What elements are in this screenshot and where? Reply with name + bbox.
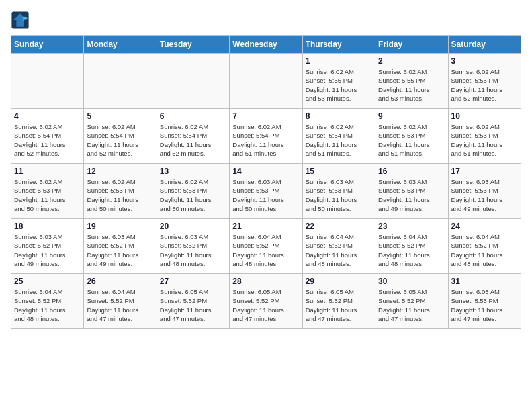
day-info: Sunrise: 6:03 AM Sunset: 5:52 PM Dayligh…	[14, 232, 81, 268]
day-info: Sunrise: 6:02 AM Sunset: 5:54 PM Dayligh…	[87, 122, 153, 158]
day-info: Sunrise: 6:03 AM Sunset: 5:53 PM Dayligh…	[232, 177, 299, 213]
calendar-cell: 27Sunrise: 6:05 AM Sunset: 5:52 PM Dayli…	[157, 274, 229, 329]
calendar-cell: 15Sunrise: 6:03 AM Sunset: 5:53 PM Dayli…	[302, 164, 375, 219]
day-info: Sunrise: 6:02 AM Sunset: 5:54 PM Dayligh…	[306, 122, 372, 158]
day-info: Sunrise: 6:03 AM Sunset: 5:53 PM Dayligh…	[378, 177, 445, 213]
day-info: Sunrise: 6:02 AM Sunset: 5:53 PM Dayligh…	[87, 177, 153, 213]
calendar-cell: 17Sunrise: 6:03 AM Sunset: 5:53 PM Dayli…	[448, 164, 521, 219]
day-number: 2	[378, 56, 445, 66]
day-number: 6	[160, 111, 226, 121]
calendar-cell: 9Sunrise: 6:02 AM Sunset: 5:53 PM Daylig…	[375, 109, 448, 164]
day-info: Sunrise: 6:05 AM Sunset: 5:52 PM Dayligh…	[160, 287, 226, 323]
day-number: 13	[160, 167, 226, 176]
col-header-thursday: Thursday	[302, 36, 375, 54]
day-info: Sunrise: 6:02 AM Sunset: 5:55 PM Dayligh…	[451, 67, 518, 103]
day-number: 28	[232, 277, 299, 286]
day-info: Sunrise: 6:02 AM Sunset: 5:53 PM Dayligh…	[451, 122, 518, 158]
col-header-sunday: Sunday	[11, 36, 84, 54]
day-number: 18	[14, 222, 81, 231]
calendar-cell: 10Sunrise: 6:02 AM Sunset: 5:53 PM Dayli…	[448, 109, 521, 164]
calendar-cell: 12Sunrise: 6:02 AM Sunset: 5:53 PM Dayli…	[84, 164, 157, 219]
calendar-cell: 19Sunrise: 6:03 AM Sunset: 5:52 PM Dayli…	[84, 219, 157, 274]
calendar-cell: 8Sunrise: 6:02 AM Sunset: 5:54 PM Daylig…	[302, 109, 375, 164]
day-info: Sunrise: 6:02 AM Sunset: 5:53 PM Dayligh…	[14, 177, 81, 213]
day-info: Sunrise: 6:02 AM Sunset: 5:54 PM Dayligh…	[232, 122, 299, 158]
day-number: 21	[232, 222, 299, 231]
col-header-wednesday: Wednesday	[230, 36, 302, 54]
col-header-friday: Friday	[375, 36, 448, 54]
calendar-cell: 29Sunrise: 6:05 AM Sunset: 5:52 PM Dayli…	[302, 274, 375, 329]
day-info: Sunrise: 6:03 AM Sunset: 5:52 PM Dayligh…	[87, 232, 153, 268]
day-number: 23	[378, 222, 445, 231]
calendar-cell: 2Sunrise: 6:02 AM Sunset: 5:55 PM Daylig…	[375, 54, 448, 109]
calendar-cell: 11Sunrise: 6:02 AM Sunset: 5:53 PM Dayli…	[11, 164, 84, 219]
calendar-cell: 5Sunrise: 6:02 AM Sunset: 5:54 PM Daylig…	[84, 109, 157, 164]
day-number: 10	[451, 111, 518, 121]
day-info: Sunrise: 6:04 AM Sunset: 5:52 PM Dayligh…	[378, 232, 445, 268]
day-info: Sunrise: 6:02 AM Sunset: 5:55 PM Dayligh…	[306, 67, 372, 103]
day-info: Sunrise: 6:02 AM Sunset: 5:54 PM Dayligh…	[14, 122, 81, 158]
day-info: Sunrise: 6:05 AM Sunset: 5:53 PM Dayligh…	[451, 287, 518, 323]
week-row-4: 18Sunrise: 6:03 AM Sunset: 5:52 PM Dayli…	[11, 219, 521, 274]
day-number: 31	[451, 277, 518, 286]
day-number: 12	[87, 167, 153, 176]
calendar-cell: 21Sunrise: 6:04 AM Sunset: 5:52 PM Dayli…	[230, 219, 302, 274]
day-number: 8	[306, 111, 372, 121]
day-number: 1	[306, 56, 372, 66]
day-number: 5	[87, 111, 153, 121]
week-row-3: 11Sunrise: 6:02 AM Sunset: 5:53 PM Dayli…	[11, 164, 521, 219]
calendar-cell: 7Sunrise: 6:02 AM Sunset: 5:54 PM Daylig…	[230, 109, 302, 164]
page-header	[11, 11, 521, 30]
week-row-2: 4Sunrise: 6:02 AM Sunset: 5:54 PM Daylig…	[11, 109, 521, 164]
day-number: 19	[87, 222, 153, 231]
day-info: Sunrise: 6:02 AM Sunset: 5:53 PM Dayligh…	[160, 177, 226, 213]
header-row: SundayMondayTuesdayWednesdayThursdayFrid…	[11, 36, 521, 54]
calendar-cell	[230, 54, 302, 109]
calendar-cell	[11, 54, 84, 109]
day-number: 22	[306, 222, 372, 231]
calendar-cell: 13Sunrise: 6:02 AM Sunset: 5:53 PM Dayli…	[157, 164, 229, 219]
day-info: Sunrise: 6:05 AM Sunset: 5:52 PM Dayligh…	[306, 287, 372, 323]
calendar-cell: 14Sunrise: 6:03 AM Sunset: 5:53 PM Dayli…	[230, 164, 302, 219]
day-number: 14	[232, 167, 299, 176]
calendar: SundayMondayTuesdayWednesdayThursdayFrid…	[11, 35, 521, 329]
day-info: Sunrise: 6:02 AM Sunset: 5:53 PM Dayligh…	[378, 122, 445, 158]
calendar-cell: 28Sunrise: 6:05 AM Sunset: 5:52 PM Dayli…	[230, 274, 302, 329]
calendar-cell: 24Sunrise: 6:04 AM Sunset: 5:52 PM Dayli…	[448, 219, 521, 274]
calendar-cell: 23Sunrise: 6:04 AM Sunset: 5:52 PM Dayli…	[375, 219, 448, 274]
col-header-tuesday: Tuesday	[157, 36, 229, 54]
day-number: 3	[451, 56, 518, 66]
day-info: Sunrise: 6:02 AM Sunset: 5:55 PM Dayligh…	[378, 67, 445, 103]
calendar-cell: 31Sunrise: 6:05 AM Sunset: 5:53 PM Dayli…	[448, 274, 521, 329]
day-number: 27	[160, 277, 226, 286]
day-number: 17	[451, 167, 518, 176]
logo	[11, 11, 34, 30]
day-info: Sunrise: 6:05 AM Sunset: 5:52 PM Dayligh…	[378, 287, 445, 323]
day-number: 24	[451, 222, 518, 231]
col-header-saturday: Saturday	[448, 36, 521, 54]
day-number: 26	[87, 277, 153, 286]
day-info: Sunrise: 6:03 AM Sunset: 5:53 PM Dayligh…	[306, 177, 372, 213]
day-number: 29	[306, 277, 372, 286]
col-header-monday: Monday	[84, 36, 157, 54]
logo-icon	[11, 11, 30, 30]
day-number: 4	[14, 111, 81, 121]
day-number: 7	[232, 111, 299, 121]
day-info: Sunrise: 6:04 AM Sunset: 5:52 PM Dayligh…	[451, 232, 518, 268]
day-info: Sunrise: 6:02 AM Sunset: 5:54 PM Dayligh…	[160, 122, 226, 158]
calendar-cell: 20Sunrise: 6:03 AM Sunset: 5:52 PM Dayli…	[157, 219, 229, 274]
day-info: Sunrise: 6:03 AM Sunset: 5:52 PM Dayligh…	[160, 232, 226, 268]
calendar-cell: 3Sunrise: 6:02 AM Sunset: 5:55 PM Daylig…	[448, 54, 521, 109]
day-info: Sunrise: 6:04 AM Sunset: 5:52 PM Dayligh…	[14, 287, 81, 323]
calendar-cell	[84, 54, 157, 109]
calendar-cell: 18Sunrise: 6:03 AM Sunset: 5:52 PM Dayli…	[11, 219, 84, 274]
week-row-5: 25Sunrise: 6:04 AM Sunset: 5:52 PM Dayli…	[11, 274, 521, 329]
calendar-cell: 4Sunrise: 6:02 AM Sunset: 5:54 PM Daylig…	[11, 109, 84, 164]
day-number: 20	[160, 222, 226, 231]
day-number: 16	[378, 167, 445, 176]
calendar-cell: 16Sunrise: 6:03 AM Sunset: 5:53 PM Dayli…	[375, 164, 448, 219]
calendar-cell: 22Sunrise: 6:04 AM Sunset: 5:52 PM Dayli…	[302, 219, 375, 274]
calendar-cell: 6Sunrise: 6:02 AM Sunset: 5:54 PM Daylig…	[157, 109, 229, 164]
day-number: 15	[306, 167, 372, 176]
day-info: Sunrise: 6:04 AM Sunset: 5:52 PM Dayligh…	[87, 287, 153, 323]
